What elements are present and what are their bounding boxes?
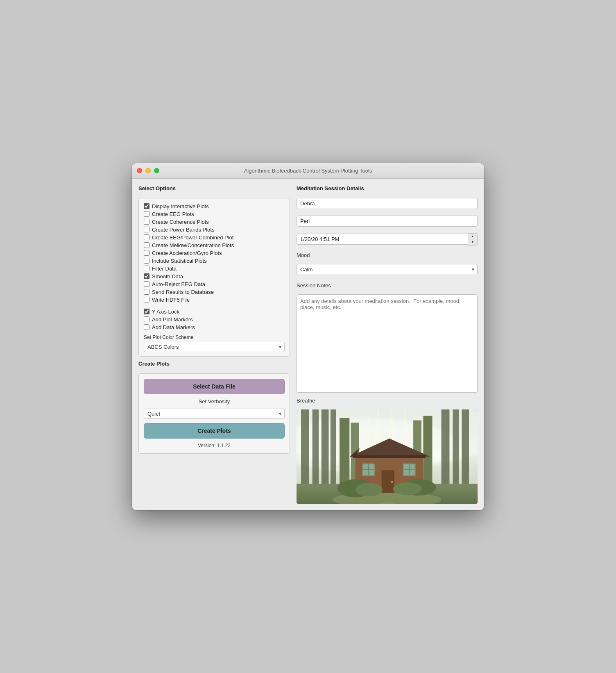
- main-window: Algorithmic Biofeedback Control System P…: [132, 163, 484, 510]
- checkbox-auto-reject-eeg-label: Auto-Reject EEG Data: [152, 281, 205, 287]
- meditation-title: Meditation Session Details: [297, 185, 478, 191]
- datetime-wrapper: ▲ ▼: [297, 233, 478, 246]
- checkbox-send-results-database[interactable]: Send Results to Database: [144, 288, 285, 296]
- checkbox-create-coherence-plots-input[interactable]: [144, 219, 149, 225]
- create-plots-button[interactable]: Create Plots: [144, 423, 285, 439]
- checkbox-create-mellow-concentration-label: Create Mellow/Concentration Plots: [152, 242, 234, 248]
- checkbox-add-data-markers-input[interactable]: [144, 324, 149, 330]
- svg-rect-3: [301, 409, 309, 495]
- verbosity-dropdown-wrapper: Quiet Normal Verbose ▼: [144, 409, 285, 419]
- checkbox-create-eeg-plots[interactable]: Create EEG Plots: [144, 210, 285, 218]
- checkbox-create-eeg-power-combined-label: Create EEG/Power Combined Plot: [152, 234, 233, 241]
- svg-rect-7: [442, 409, 450, 495]
- verbosity-label: Set Verbosity: [144, 398, 285, 405]
- select-options-title: Select Options: [138, 185, 290, 191]
- checkbox-display-interactive-plots-label: Display Interactive Plots: [152, 203, 209, 209]
- checkbox-y-axis-lock-input[interactable]: [144, 309, 149, 314]
- checkbox-create-acceleration-gyro-input[interactable]: [144, 250, 149, 256]
- checkbox-include-statistical-plots-input[interactable]: [144, 258, 149, 264]
- svg-rect-4: [313, 409, 319, 495]
- left-panel: Select Options Display Interactive Plots…: [138, 185, 290, 504]
- svg-point-36: [356, 483, 383, 496]
- content-area: Select Options Display Interactive Plots…: [132, 179, 484, 510]
- minimize-button[interactable]: [145, 168, 151, 173]
- checkbox-write-hdf5[interactable]: Write HDF5 File: [144, 296, 285, 304]
- checkbox-filter-data-input[interactable]: [144, 266, 149, 271]
- create-plots-section: Select Data File Set Verbosity Quiet Nor…: [138, 373, 290, 454]
- svg-rect-33: [353, 455, 426, 458]
- checkbox-create-coherence-plots[interactable]: Create Coherence Plots: [144, 218, 285, 226]
- traffic-lights: [137, 168, 159, 173]
- mood-dropdown-wrapper: Calm Happy Sad Anxious Neutral ▼: [297, 264, 478, 275]
- verbosity-select[interactable]: Quiet Normal Verbose: [144, 409, 285, 419]
- checkbox-create-mellow-concentration-input[interactable]: [144, 242, 149, 248]
- select-data-file-button[interactable]: Select Data File: [144, 379, 285, 394]
- mood-label: Mood: [297, 252, 478, 258]
- datetime-decrement-button[interactable]: ▼: [468, 239, 477, 245]
- checkbox-create-eeg-plots-label: Create EEG Plots: [152, 211, 194, 217]
- checkbox-add-plot-markers-label: Add Plot Markers: [152, 316, 193, 323]
- checkbox-display-interactive-plots-input[interactable]: [144, 203, 149, 209]
- checkbox-create-power-bands-plots[interactable]: Create Power Bands Plots: [144, 226, 285, 234]
- checkbox-create-power-bands-plots-input[interactable]: [144, 227, 149, 232]
- svg-point-37: [393, 482, 422, 495]
- color-scheme-select[interactable]: ABCS Colors Default Dark Light: [144, 342, 285, 352]
- checkbox-create-mellow-concentration[interactable]: Create Mellow/Concentration Plots: [144, 241, 285, 249]
- datetime-increment-button[interactable]: ▲: [468, 234, 477, 239]
- checkbox-create-eeg-power-combined-input[interactable]: [144, 234, 149, 240]
- svg-rect-9: [462, 409, 469, 493]
- create-plots-title: Create Plots: [138, 361, 290, 367]
- datetime-field[interactable]: [297, 234, 468, 245]
- title-bar: Algorithmic Biofeedback Control System P…: [132, 163, 484, 179]
- datetime-stepper: ▲ ▼: [468, 233, 478, 246]
- checkbox-send-results-database-label: Send Results to Database: [152, 289, 214, 295]
- close-button[interactable]: [137, 168, 142, 173]
- checkbox-y-axis-lock-label: Y Axis Lock: [152, 309, 179, 315]
- session-notes-textarea[interactable]: [297, 294, 478, 393]
- mood-select[interactable]: Calm Happy Sad Anxious Neutral: [297, 264, 478, 275]
- color-scheme-label: Set Plot Color Scheme: [144, 334, 285, 340]
- checkbox-auto-reject-eeg-input[interactable]: [144, 281, 149, 287]
- checkbox-create-eeg-plots-input[interactable]: [144, 211, 149, 217]
- checkbox-add-plot-markers-input[interactable]: [144, 316, 149, 322]
- checkbox-display-interactive-plots[interactable]: Display Interactive Plots: [144, 202, 285, 210]
- checkbox-smooth-data-input[interactable]: [144, 273, 149, 279]
- options-box: Display Interactive Plots Create EEG Plo…: [138, 198, 290, 357]
- checkbox-smooth-data-label: Smooth Data: [152, 273, 183, 280]
- maximize-button[interactable]: [154, 168, 159, 173]
- checkbox-add-data-markers[interactable]: Add Data Markers: [144, 323, 285, 331]
- last-name-field[interactable]: [297, 216, 478, 227]
- first-name-field[interactable]: [297, 198, 478, 209]
- right-panel: Meditation Session Details ▲ ▼ Mood Calm…: [297, 185, 478, 504]
- checkbox-filter-data-label: Filter Data: [152, 266, 177, 272]
- forest-image: [297, 409, 478, 504]
- checkbox-filter-data[interactable]: Filter Data: [144, 265, 285, 273]
- checkbox-send-results-database-input[interactable]: [144, 289, 149, 295]
- checkbox-add-data-markers-label: Add Data Markers: [152, 324, 195, 330]
- checkbox-create-acceleration-gyro[interactable]: Create Accleration/Gyro Plots: [144, 249, 285, 257]
- svg-rect-6: [331, 409, 336, 495]
- checkbox-smooth-data[interactable]: Smooth Data: [144, 273, 285, 280]
- checkbox-include-statistical-plots-label: Include Statistical Plots: [152, 258, 207, 264]
- checkbox-write-hdf5-label: Write HDF5 File: [152, 297, 190, 303]
- checkbox-create-acceleration-gyro-label: Create Accleration/Gyro Plots: [152, 250, 222, 256]
- session-notes-label: Session Notes: [297, 282, 478, 289]
- checkbox-y-axis-lock[interactable]: Y Axis Lock: [144, 308, 285, 316]
- checkbox-auto-reject-eeg[interactable]: Auto-Reject EEG Data: [144, 280, 285, 288]
- checkbox-create-eeg-power-combined[interactable]: Create EEG/Power Combined Plot: [144, 234, 285, 241]
- checkbox-include-statistical-plots[interactable]: Include Statistical Plots: [144, 257, 285, 265]
- color-scheme-dropdown-wrapper: ABCS Colors Default Dark Light ▼: [144, 342, 285, 352]
- checkbox-write-hdf5-input[interactable]: [144, 297, 149, 302]
- breathe-label: Breathe: [297, 398, 478, 404]
- checkbox-add-plot-markers[interactable]: Add Plot Markers: [144, 316, 285, 323]
- window-title: Algorithmic Biofeedback Control System P…: [244, 168, 372, 174]
- checkbox-create-coherence-plots-label: Create Coherence Plots: [152, 219, 209, 225]
- checkbox-create-power-bands-plots-label: Create Power Bands Plots: [152, 227, 214, 233]
- version-text: Version: 1.1.23: [144, 443, 285, 448]
- svg-point-32: [391, 481, 393, 482]
